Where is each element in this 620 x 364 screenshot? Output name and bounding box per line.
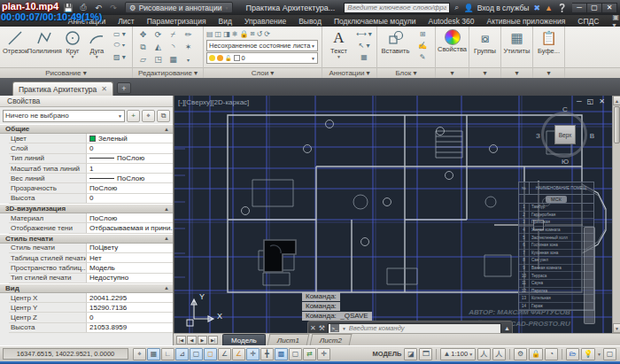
block-editor-icon[interactable]: ✎ (413, 51, 432, 62)
search-input[interactable] (344, 3, 450, 13)
viewport-controls-label[interactable]: [-][Сверху][2D-каркас] (178, 98, 249, 106)
ribbon-tab[interactable]: Параметризация (141, 15, 213, 27)
selection-cycling-toggle[interactable]: ✛ (317, 348, 330, 360)
stretch-icon[interactable]: ▱ (136, 53, 151, 66)
tray-drawing-status-icon[interactable]: 🗁 (566, 348, 579, 360)
clipboard-button[interactable]: 📋 Буфе... (536, 28, 562, 55)
rotate-icon[interactable]: ⟳ (151, 28, 166, 41)
grid-toggle[interactable]: ∟ (161, 348, 174, 360)
first-layout-icon[interactable]: |◀ (176, 336, 186, 345)
toggle-pickadd-button[interactable]: + (127, 110, 140, 122)
prop-value-color[interactable]: Зеленый (87, 134, 173, 143)
prop-value-plotstyle[interactable]: ПоЦвету (87, 244, 173, 252)
ribbon-tab[interactable]: Управление (238, 15, 292, 27)
layer-prev-icon[interactable]: ↺ (256, 30, 262, 38)
command-input-field[interactable]: >_ ▼ (328, 323, 501, 334)
mirror-icon[interactable]: ◭ (151, 41, 166, 53)
panel-title-properties[interactable]: ▾ (436, 67, 469, 78)
drawing-canvas[interactable]: [-][Сверху][2D-каркас] ─ ◱ ✕ С Ю З В Вер… (174, 96, 612, 333)
prop-value-transparency[interactable]: ПоСлою (87, 183, 173, 192)
prop-value-plotspace[interactable]: Модель (87, 263, 173, 272)
layer-match-icon[interactable]: ⧈ (250, 29, 254, 38)
scale-icon[interactable]: ◳ (151, 53, 166, 66)
layer-lock-icon[interactable]: 🔒 (239, 30, 248, 38)
arc-tool[interactable]: Дуга ▼ (86, 28, 108, 58)
table-tool-icon[interactable]: ▦ (354, 51, 374, 62)
ribbon-tab[interactable]: Лист (112, 15, 140, 27)
scroll-down-icon[interactable]: ▼ (613, 323, 620, 333)
layer-off-icon[interactable]: ◫ (215, 30, 222, 38)
osnap3d-toggle[interactable]: ∠ (218, 348, 231, 360)
quick-select-button[interactable]: ⧉ (157, 110, 170, 122)
layer-properties-icon[interactable]: ▤ (206, 30, 213, 38)
dyn-input-toggle[interactable]: ╋ (260, 348, 274, 360)
new-tab-button[interactable]: + (117, 82, 131, 94)
drawing-minimize-icon[interactable]: ─ (577, 97, 582, 105)
prop-value-shadow[interactable]: Отбрасываемая и прини... (87, 223, 173, 232)
polar-toggle[interactable]: ▢ (190, 348, 203, 360)
panel-title-draw[interactable]: Рисование ▾ (0, 67, 132, 78)
ellipse-tool-icon[interactable]: ⬭ ▾ (110, 40, 129, 50)
anchored-palette-strip[interactable] (584, 227, 595, 324)
scroll-up-icon[interactable]: ▲ (613, 96, 620, 105)
prop-value-centery[interactable]: 15290.7136 (87, 303, 173, 312)
file-tab[interactable]: Практика Архитектура ✕ (12, 81, 113, 96)
selection-dropdown[interactable]: Ничего не выбрано▼ (3, 110, 125, 122)
multileader-tool-icon[interactable]: ↖ ▾ (354, 40, 374, 50)
section-header-3d[interactable]: 3D-визуализация▲ (0, 204, 173, 213)
quick-properties-toggle[interactable]: ⇄ (303, 348, 316, 360)
prop-value-linetype[interactable]: ПоСлою (87, 154, 173, 163)
ribbon-tab[interactable]: Вывод (292, 15, 328, 27)
line-tool[interactable]: Отрезок (3, 28, 27, 55)
workspace-dropdown[interactable]: ⚙ Рисование и аннотации ▼ (125, 2, 233, 13)
model-space-button[interactable]: МОДЕЛЬ (372, 350, 401, 358)
viewcube-east[interactable]: В (590, 132, 594, 140)
tab-layout2[interactable]: Лист2 (309, 334, 352, 345)
next-layout-icon[interactable]: ▶ (198, 336, 207, 345)
panel-title-layers[interactable]: Слои ▾ (204, 67, 322, 78)
quick-view-layouts-icon[interactable]: ◪ (404, 348, 417, 360)
circle-tool[interactable]: Круг ▼ (61, 28, 83, 58)
trim-icon[interactable]: ⌿ (166, 28, 181, 41)
groups-button[interactable]: ⧇ Группы (472, 28, 498, 55)
panel-title-utilities[interactable]: ▾ (501, 67, 532, 78)
array-icon[interactable]: ▦ (166, 53, 181, 66)
insert-block-tool[interactable]: Вставить (380, 28, 411, 55)
osnap-toggle[interactable]: ◻ (204, 348, 217, 360)
snap-toggle[interactable]: ▦ (147, 348, 160, 360)
scrollbar-thumb[interactable] (614, 106, 620, 143)
layer-isolate-icon[interactable]: ◨ (223, 30, 230, 38)
panel-title-edit[interactable]: Редактирование ▾ (133, 67, 203, 78)
utilities-button[interactable]: ▦ Утилиты (504, 28, 531, 55)
viewcube-top-face[interactable]: Верх (554, 125, 576, 144)
tools-wrench-icon[interactable]: ⚒ (319, 324, 325, 332)
rectangle-tool-icon[interactable]: ▭ ▾ (110, 28, 129, 39)
restore-button[interactable]: ▢ (587, 3, 602, 13)
lineweight-toggle[interactable]: ▩ (275, 348, 288, 360)
panel-title-clipboard[interactable]: ▾ (533, 67, 564, 78)
vertical-scrollbar[interactable]: ▲ ▼ (612, 96, 620, 333)
edit-more-icon[interactable]: ▾ (181, 53, 196, 66)
create-block-icon[interactable]: ⊞ (413, 28, 432, 39)
command-bar[interactable]: ✕ ⚒ >_ ▼ ▲ (307, 321, 513, 333)
exchange-icon[interactable]: ✖ (533, 4, 540, 12)
layer-state-dropdown[interactable]: Несохраненное состояние листа▼ (206, 40, 318, 51)
workspace-switch-icon[interactable]: ⚙ (514, 348, 527, 360)
layer-dropdown[interactable]: 🔓 0 ▼ (206, 52, 318, 64)
ribbon-tab[interactable]: СПДС (571, 15, 605, 27)
prop-value-material[interactable]: ПоСлою (87, 213, 173, 222)
explode-icon[interactable]: ✶ (181, 41, 196, 53)
close-icon[interactable]: ✕ (101, 85, 107, 93)
prop-value-centerz[interactable]: 0 (87, 313, 173, 321)
expand-history-icon[interactable]: ▲ (504, 325, 510, 331)
ribbon-tab[interactable]: Вид (213, 15, 238, 27)
prop-value-layer[interactable]: 0 (87, 143, 173, 152)
prev-layout-icon[interactable]: ◀ (187, 336, 197, 345)
command-input[interactable] (349, 324, 499, 332)
tray-menu-icon[interactable]: ▼ (597, 352, 601, 356)
panel-title-groups[interactable]: ▾ (469, 67, 500, 78)
cancel-command-icon[interactable]: ✕ (310, 324, 316, 332)
copy-icon[interactable]: ⧉ (136, 41, 151, 53)
ribbon-tab[interactable]: Активные приложения (480, 15, 571, 27)
prop-value-centerx[interactable]: 20041.2295 (87, 293, 173, 302)
